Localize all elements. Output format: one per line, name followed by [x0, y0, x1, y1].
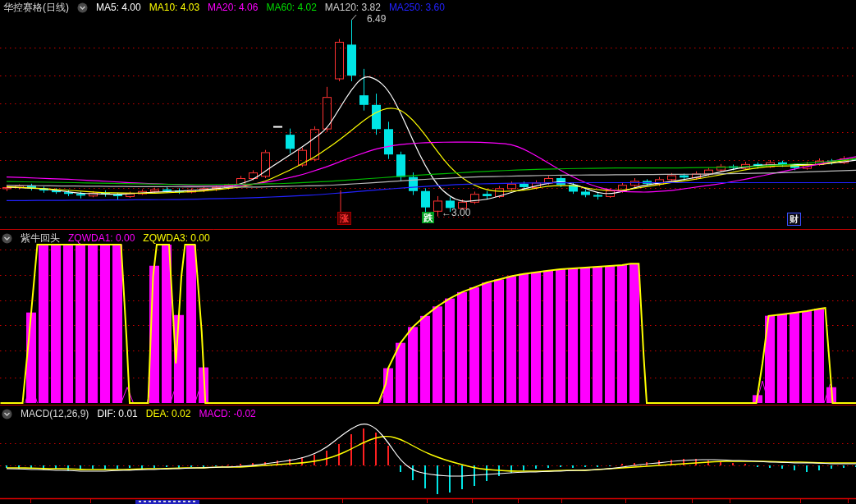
collapse-icon[interactable] [77, 2, 88, 13]
ma120-label: MA120: 3.82 [325, 1, 381, 14]
macd-title: MACD(12,26,9) [21, 407, 89, 420]
macd-label: MACD: -0.02 [199, 407, 255, 420]
ma60-label: MA60: 4.02 [266, 1, 316, 14]
signal-badge-cai: 财 [787, 213, 801, 226]
signal-badge-up: 涨 [337, 212, 351, 225]
zqwda1-label: ZQWDA1: 0.00 [68, 231, 135, 245]
ziniu-header: 紫牛回头 ZQWDA1: 0.00 ZQWDA3: 0.00 [2, 231, 218, 245]
dea-label: DEA: 0.02 [146, 407, 191, 420]
kline-header: 华控赛格(日线) MA5: 4.00 MA10: 4.03 MA20: 4.06… [3, 1, 453, 14]
chart-canvas[interactable] [0, 0, 856, 504]
collapse-icon[interactable] [2, 233, 12, 244]
low-price-label: ←3.00 [442, 207, 470, 218]
ma20-label: MA20: 4.06 [208, 1, 258, 14]
stock-title: 华控赛格(日线) [3, 1, 69, 14]
app-window: 华控赛格(日线) MA5: 4.00 MA10: 4.03 MA20: 4.06… [0, 0, 856, 504]
zqwda3-label: ZQWDA3: 0.00 [143, 231, 209, 245]
ma5-label: MA5: 4.00 [96, 1, 141, 14]
ma10-label: MA10: 4.03 [149, 1, 199, 14]
ma250-label: MA250: 3.60 [389, 1, 445, 14]
dif-label: DIF: 0.01 [97, 407, 137, 420]
high-price-label: 6.49 [367, 13, 386, 25]
macd-header: MACD(12,26,9) DIF: 0.01 DEA: 0.02 MACD: … [2, 407, 264, 420]
indicator-title: 紫牛回头 [21, 231, 60, 245]
signal-badge-down: 跌 [422, 212, 434, 223]
collapse-icon[interactable] [2, 409, 12, 419]
